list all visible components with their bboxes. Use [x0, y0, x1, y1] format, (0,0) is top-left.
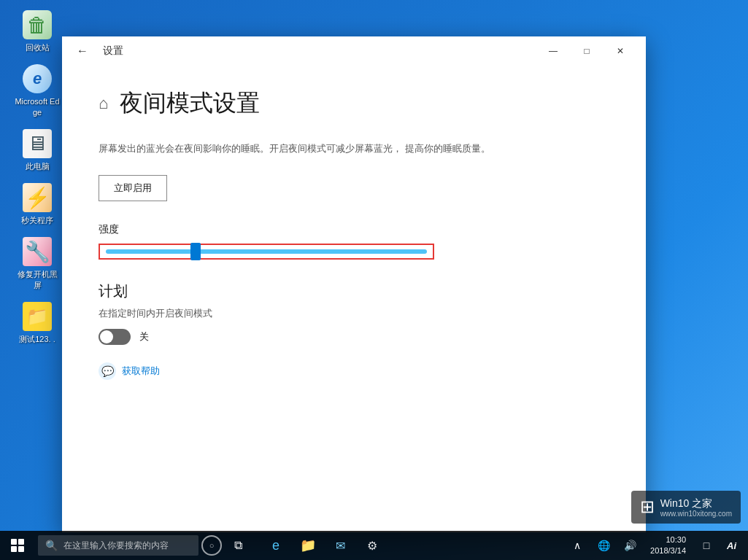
taskbar-tray: ∧ 🌐 🔊 10:30 2018/3/14 □ Ai	[566, 531, 748, 560]
toggle-knob	[100, 330, 113, 343]
win10-branding: ⊞ Win10 之家 www.win10xitong.com	[631, 491, 741, 524]
edge-taskbar-button[interactable]: e	[260, 531, 292, 560]
desktop-icon-test-folder[interactable]: 📁 测试123. .	[11, 299, 63, 347]
cortana-button[interactable]: ○	[201, 535, 222, 556]
schedule-section: 计划 在指定时间内开启夜间模式 关	[99, 281, 609, 345]
home-icon[interactable]: ⌂	[99, 94, 108, 113]
taskbar-pinned-apps: e 📁 ✉ ⚙	[260, 531, 388, 560]
mail-taskbar-button[interactable]: ✉	[324, 531, 356, 560]
schedule-title: 计划	[99, 281, 609, 301]
window-title: 设置	[103, 44, 536, 58]
cortana-icon: ○	[209, 541, 215, 550]
start-button[interactable]	[0, 531, 35, 560]
search-placeholder-text: 在这里输入你要搜索的内容	[63, 540, 169, 552]
clock-date: 2018/3/14	[650, 545, 686, 556]
window-titlebar: ← 设置 — □ ✕	[62, 36, 646, 66]
action-center-button[interactable]: □	[695, 531, 718, 560]
toggle-label: 关	[139, 330, 149, 343]
ai-button[interactable]: Ai	[721, 531, 742, 560]
windows-logo-start	[11, 539, 24, 552]
desktop-icon-recycle-bin[interactable]: 🗑 回收站	[11, 7, 63, 55]
ai-label: Ai	[727, 540, 736, 551]
enable-button[interactable]: 立即启用	[99, 175, 167, 201]
edge-icon: e	[23, 64, 52, 93]
maximize-button[interactable]: □	[570, 39, 604, 63]
help-row: 💬 获取帮助	[99, 362, 609, 380]
description-text: 屏幕发出的蓝光会在夜间影响你的睡眠。开启夜间模式可减少屏幕蓝光， 提高你的睡眠质…	[99, 141, 507, 157]
chevron-up-icon: ∧	[574, 540, 581, 551]
help-link[interactable]: 获取帮助	[122, 365, 160, 378]
quick-app-icon: ⚡	[23, 183, 52, 212]
intensity-slider-track[interactable]	[106, 249, 427, 254]
show-hidden-icons-button[interactable]: ∧	[566, 531, 589, 560]
network-icon[interactable]: 🌐	[592, 531, 615, 560]
fix-app-label: 修复开机黑屏	[14, 269, 61, 290]
edge-taskbar-icon: e	[272, 538, 279, 553]
search-icon: 🔍	[45, 540, 58, 551]
intensity-label: 强度	[99, 223, 609, 236]
this-pc-icon: 🖥	[23, 129, 52, 158]
taskbar: 🔍 在这里输入你要搜索的内容 ○ ⧉ e 📁 ✉ ⚙	[0, 531, 748, 560]
desktop-icon-edge[interactable]: e Microsoft Edge	[11, 61, 63, 120]
mail-taskbar-icon: ✉	[336, 539, 345, 553]
clock-display[interactable]: 10:30 2018/3/14	[644, 534, 692, 557]
search-box[interactable]: 🔍 在这里输入你要搜索的内容	[38, 535, 198, 556]
settings-taskbar-button[interactable]: ⚙	[356, 531, 388, 560]
window-controls: — □ ✕	[536, 39, 637, 63]
file-explorer-icon: 📁	[300, 537, 316, 553]
this-pc-label: 此电脑	[26, 161, 50, 171]
page-header: ⌂ 夜间模式设置	[99, 88, 609, 120]
edge-label: Microsoft Edge	[14, 96, 61, 117]
volume-icon[interactable]: 🔊	[618, 531, 641, 560]
settings-content: ⌂ 夜间模式设置 屏幕发出的蓝光会在夜间影响你的睡眠。开启夜间模式可减少屏幕蓝光…	[62, 66, 646, 532]
quick-app-label: 秒关程序	[21, 215, 53, 225]
desktop-icon-fix-app[interactable]: 🔧 修复开机黑屏	[11, 234, 63, 293]
brand-title: Win10 之家	[660, 497, 732, 510]
schedule-subtitle: 在指定时间内开启夜间模式	[99, 307, 609, 320]
intensity-slider-container	[99, 244, 434, 260]
test-folder-label: 测试123. .	[19, 334, 55, 344]
settings-taskbar-icon: ⚙	[367, 539, 377, 553]
night-mode-toggle[interactable]	[99, 329, 131, 345]
back-button[interactable]: ←	[71, 42, 94, 61]
settings-window: ← 设置 — □ ✕ ⌂ 夜间模式设置 屏幕发出的蓝光会在夜间影响你的睡眠。开启…	[62, 36, 646, 532]
page-title: 夜间模式设置	[120, 88, 260, 120]
recycle-bin-icon: 🗑	[23, 10, 52, 39]
close-button[interactable]: ✕	[604, 39, 637, 63]
test-folder-icon: 📁	[23, 302, 52, 331]
clock-time: 10:30	[650, 534, 686, 545]
file-explorer-button[interactable]: 📁	[292, 531, 324, 560]
brand-text-container: Win10 之家 www.win10xitong.com	[660, 497, 732, 518]
desktop-icons-container: 🗑 回收站 e Microsoft Edge 🖥 此电脑 ⚡ 秒关程序 🔧 修复…	[11, 7, 63, 347]
windows-logo-brand: ⊞	[640, 497, 655, 517]
volume-indicator-icon: 🔊	[624, 540, 636, 551]
recycle-bin-label: 回收站	[26, 42, 50, 52]
intensity-slider-thumb[interactable]	[190, 243, 201, 260]
task-view-button[interactable]: ⧉	[222, 531, 254, 560]
desktop-icon-quick-app[interactable]: ⚡ 秒关程序	[11, 180, 63, 228]
desktop: 🗑 回收站 e Microsoft Edge 🖥 此电脑 ⚡ 秒关程序 🔧 修复…	[0, 0, 748, 560]
minimize-button[interactable]: —	[536, 39, 570, 63]
network-indicator-icon: 🌐	[598, 540, 610, 551]
help-chat-icon: 💬	[99, 362, 116, 380]
action-center-icon: □	[703, 540, 709, 551]
brand-website: www.win10xitong.com	[660, 510, 732, 518]
task-view-icon: ⧉	[234, 539, 242, 552]
fix-app-icon: 🔧	[23, 237, 52, 266]
toggle-row: 关	[99, 329, 609, 345]
desktop-icon-this-pc[interactable]: 🖥 此电脑	[11, 126, 63, 174]
